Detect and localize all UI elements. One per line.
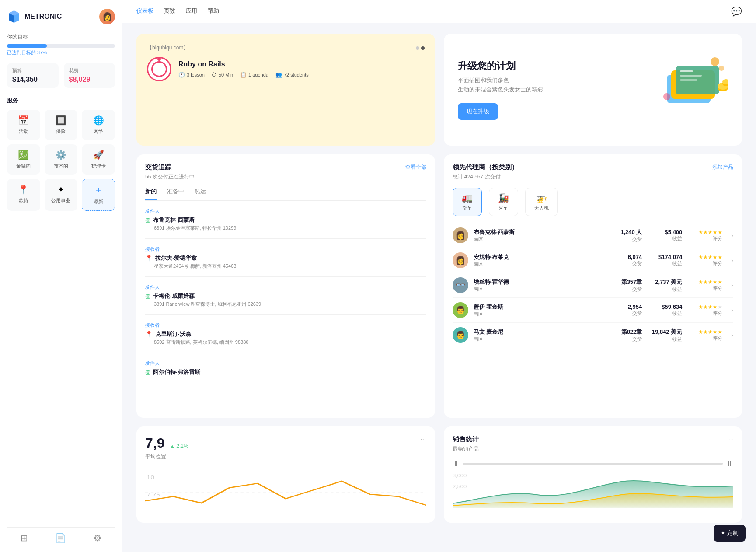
dealer-stat-0: 1,240 人 交货 — [616, 228, 642, 243]
dealer-info-2: 埃丝特·霍华德 南区 — [474, 278, 611, 293]
stars-label-3: 评分 — [687, 310, 722, 317]
dealer-region-1: 南区 — [474, 261, 611, 268]
customize-button[interactable]: ✦ 定制 — [714, 525, 746, 542]
network-icon: 🌐 — [93, 115, 104, 126]
tab-new[interactable]: 新的 — [145, 188, 157, 200]
add-product-link[interactable]: 添加产品 — [712, 164, 733, 171]
dealer-tab-truck[interactable]: 🚛 货车 — [453, 188, 482, 216]
avatar[interactable]: 👩 — [99, 9, 115, 24]
upgrade-illustration — [658, 57, 728, 122]
stats-more-icon[interactable]: ··· — [420, 435, 426, 443]
range-slider[interactable] — [463, 463, 723, 465]
service-item-activity[interactable]: 📅 活动 — [7, 110, 40, 140]
dealer-stat-label-1: 交货 — [616, 260, 642, 267]
dealer-tab-train[interactable]: 🚂 火车 — [489, 188, 518, 216]
course-logo — [147, 57, 171, 81]
upgrade-desc: 平面插图和我们多色 生动的未混合紫色头发女士的精彩 — [458, 76, 543, 94]
svg-text:3,000: 3,000 — [453, 473, 467, 478]
dealer-stat-2: 第357章 交货 — [616, 278, 642, 293]
dealer-row-2: 👓 埃丝特·霍华德 南区 第357章 交货 2,737 美元 收益 ★★★★★ … — [453, 273, 734, 298]
goal-label: 你的目标 — [7, 33, 115, 41]
nav-dashboard[interactable]: 仪表板 — [136, 5, 153, 17]
content: 【biqubiqu.com】 Ruby on Rails 🕐 3 lesson — [122, 23, 756, 552]
sales-header: 销售统计 ··· — [453, 435, 734, 444]
sales-card: 销售统计 ··· 最畅销产品 ⏸ ⏸ — [444, 426, 742, 523]
tracking-entry-3: 接收者 📍 克里斯汀·沃森 8502 普雷斯顿路, 英格尔伍德, 缅因州 983… — [145, 322, 426, 353]
service-item-finance[interactable]: 💹 金融的 — [7, 144, 40, 175]
sales-title: 销售统计 — [453, 435, 479, 444]
dealer-info-0: 布鲁克林·西蒙斯 南区 — [474, 228, 611, 243]
meta-students: 👥 72 students — [275, 72, 309, 78]
chat-icon[interactable]: 💬 — [731, 6, 742, 17]
dealer-stat-value-3: 2,954 — [616, 304, 642, 310]
dealer-revenue-label-3: 收益 — [647, 310, 682, 317]
dealer-arrow-4[interactable]: › — [731, 332, 733, 339]
nav-help[interactable]: 帮助 — [208, 5, 219, 17]
entry-name-3: 📍 克里斯汀·沃森 — [145, 330, 426, 338]
banner-url-text: 【biqubiqu.com】 — [147, 44, 188, 52]
entry-icon-1: 📍 — [145, 255, 153, 262]
train-icon: 🚂 — [498, 192, 509, 203]
dealer-arrow-3[interactable]: › — [731, 307, 733, 314]
dealer-name-3: 盖伊·霍金斯 — [474, 303, 611, 311]
tab-preparing[interactable]: 准备中 — [167, 188, 184, 200]
svg-point-7 — [719, 66, 724, 71]
entry-name-4: ◎ 阿尔伯特·弗洛雷斯 — [145, 368, 426, 376]
topnav: 仪表板 页数 应用 帮助 💬 — [122, 0, 756, 23]
settings-icon[interactable]: ⚙ — [94, 533, 101, 543]
dealer-revenue-value-2: 2,737 美元 — [647, 278, 682, 286]
dealer-tab-drone[interactable]: 🚁 无人机 — [525, 188, 558, 216]
meta-duration: ⏱ 50 Min — [212, 72, 233, 78]
tech-icon: ⚙️ — [56, 150, 66, 160]
upgrade-card: 升级您的计划 平面插图和我们多色 生动的未混合紫色头发女士的精彩 现在升级 — [444, 34, 742, 146]
banner-url: 【biqubiqu.com】 — [147, 44, 425, 52]
dealer-revenue-4: 19,842 美元 收益 — [647, 328, 682, 342]
nav-apps[interactable]: 应用 — [186, 5, 197, 17]
dealer-revenue-label-4: 收益 — [647, 336, 682, 342]
svg-text:10: 10 — [146, 475, 154, 480]
dealer-arrow-1[interactable]: › — [731, 257, 733, 264]
service-item-network[interactable]: 🌐 网络 — [82, 110, 115, 140]
dealers-card: 领先代理商（按类别） 添加产品 总计 424,567 次交付 🚛 货车 🚂 火车… — [444, 154, 742, 418]
dealer-rating-1: ★★★★★ 评分 — [687, 254, 722, 267]
dealer-avatar-4: 👨 — [453, 327, 468, 343]
upgrade-button[interactable]: 现在升级 — [458, 103, 498, 120]
service-name-activity: 活动 — [19, 128, 28, 135]
dealer-arrow-2[interactable]: › — [731, 282, 733, 289]
service-item-utility[interactable]: ✦ 公用事业 — [45, 179, 78, 211]
service-item-insurance[interactable]: 🔲 保险 — [45, 110, 78, 140]
dealer-avatar-3: 👨 — [453, 302, 468, 318]
students-icon: 👥 — [275, 72, 282, 78]
dealer-region-4: 南区 — [474, 336, 611, 342]
duration-icon: ⏱ — [212, 72, 217, 78]
utility-icon: ✦ — [57, 184, 65, 195]
service-item-hospitality[interactable]: 📍 款待 — [7, 179, 40, 211]
budget-row: 预算 $14,350 花费 $8,029 — [7, 63, 115, 88]
service-item-care[interactable]: 🚀 护理卡 — [82, 144, 115, 175]
dealer-rating-2: ★★★★★ 评分 — [687, 279, 722, 292]
dealer-tab-truck-label: 货车 — [462, 205, 472, 211]
service-item-add[interactable]: + 添新 — [82, 179, 115, 211]
service-item-tech[interactable]: ⚙️ 技术的 — [45, 144, 78, 175]
dealer-revenue-value-3: $59,634 — [647, 304, 682, 310]
dealers-subtitle: 总计 424,567 次交付 — [453, 173, 734, 181]
layers-icon[interactable]: ⊞ — [21, 533, 28, 543]
view-all-link[interactable]: 查看全部 — [405, 164, 426, 171]
nav-pages[interactable]: 页数 — [164, 5, 175, 17]
dealer-revenue-2: 2,737 美元 收益 — [647, 278, 682, 293]
stars-label-2: 评分 — [687, 285, 722, 292]
course-logo-inner — [151, 61, 167, 77]
tab-shipping[interactable]: 船运 — [195, 188, 206, 200]
truck-icon: 🚛 — [462, 192, 473, 203]
entry-addr-0: 6391 埃尔金圣塞莱斯, 特拉华州 10299 — [145, 225, 426, 231]
sales-more-icon[interactable]: ··· — [728, 436, 733, 443]
topnav-right: 💬 — [731, 6, 742, 17]
service-name-insurance: 保险 — [56, 128, 66, 135]
tracking-entry-4: 发件人 ◎ 阿尔伯特·弗洛雷斯 — [145, 360, 426, 383]
lessons-value: 3 lesson — [187, 72, 205, 77]
dealer-arrow-0[interactable]: › — [731, 232, 733, 239]
course-info: Ruby on Rails 🕐 3 lesson ⏱ 50 Min 📋 1 — [178, 60, 309, 78]
tracking-subtitle: 56 次交付正在进行中 — [145, 173, 426, 181]
file-icon[interactable]: 📄 — [55, 533, 66, 543]
service-grid: 📅 活动 🔲 保险 🌐 网络 💹 金融的 ⚙️ 技术的 🚀 护理卡 📍 款待 ✦ — [7, 110, 115, 211]
